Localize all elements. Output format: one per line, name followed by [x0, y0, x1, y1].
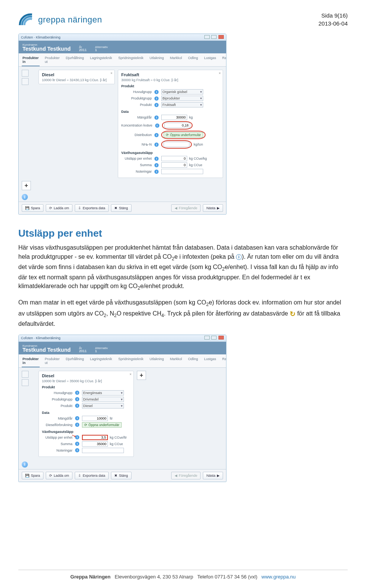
add-product-button[interactable]: +	[137, 371, 146, 380]
grid-view-icon[interactable]	[22, 379, 29, 386]
select-produktgrupp[interactable]: Drivmedel	[82, 397, 124, 402]
tab-djurhallning[interactable]: Djurhållning	[65, 55, 85, 66]
input-konc[interactable]	[164, 123, 190, 128]
info-icon[interactable]: i	[22, 461, 28, 468]
tab-bar: Produkter in Produkter ut Djurhållning L…	[19, 53, 226, 67]
input-utslapp-per-enhet[interactable]	[161, 156, 187, 161]
footer-url[interactable]: www.greppa.nu	[262, 574, 296, 580]
grid-view-icon[interactable]	[22, 78, 29, 85]
maximize-icon[interactable]	[211, 35, 217, 39]
tab-djurhallning[interactable]: Djurhållning	[65, 356, 85, 367]
next-button[interactable]: Nästa ▶	[203, 204, 223, 212]
prev-button[interactable]: ◀ Föregående	[171, 204, 201, 212]
close-icon[interactable]	[218, 336, 224, 340]
input-nh3n[interactable]	[164, 142, 189, 147]
input-utslapp-per-enhet[interactable]	[82, 435, 108, 440]
info-icon[interactable]: i	[154, 157, 159, 161]
add-product-button[interactable]: +	[22, 181, 31, 190]
unit-mangd: kg	[189, 115, 193, 119]
tab-produkter-ut[interactable]: Produkter ut	[44, 356, 61, 367]
footer-telephone: Telefon 0771-57 34 56 (vxl)	[197, 574, 257, 580]
select-huvudgrupp[interactable]: Organisk gödsel	[161, 89, 203, 95]
label-summa: Summa	[42, 442, 72, 446]
tab-markkol[interactable]: Markkol	[169, 55, 183, 66]
tab-odling[interactable]: Odling	[187, 55, 199, 66]
logo-text: greppa näringen	[38, 15, 102, 25]
card-close-icon[interactable]: ×	[219, 71, 221, 75]
info-icon[interactable]: i	[154, 170, 159, 174]
info-icon[interactable]: i	[75, 448, 79, 452]
tab-lagring[interactable]: Lagringsteknik	[89, 55, 113, 66]
info-icon[interactable]: i	[154, 103, 159, 107]
info-icon[interactable]: i	[154, 133, 159, 137]
next-button[interactable]: Nästa ▶	[203, 472, 223, 479]
tab-markkol[interactable]: Markkol	[169, 356, 183, 367]
input-mangd[interactable]	[82, 416, 108, 421]
export-button[interactable]: ⇩ Exportera data	[75, 472, 109, 479]
label-huvudgrupp: Huvudgrupp	[42, 391, 72, 395]
info-icon[interactable]: i	[154, 115, 159, 120]
input-mangd[interactable]	[161, 115, 187, 120]
info-icon[interactable]: i	[75, 404, 79, 408]
input-noteringar[interactable]	[161, 169, 203, 174]
info-icon[interactable]: i	[155, 123, 159, 128]
label-utslapp-per-enhet: Utsläpp per enhet	[121, 157, 152, 160]
grid-view-icon[interactable]	[22, 70, 29, 77]
info-icon[interactable]: i	[75, 397, 79, 401]
tab-produkter-ut[interactable]: Produkter ut	[44, 55, 61, 66]
select-produkt[interactable]: Fruktsaft	[161, 102, 203, 107]
tab-produkter-in[interactable]: Produkter in	[22, 356, 40, 367]
save-button[interactable]: 💾 Spara	[22, 472, 43, 479]
tab-produkter-in[interactable]: Produkter in	[22, 55, 40, 66]
label-mangd: Mängd/år	[42, 417, 72, 420]
prev-button[interactable]: ◀ Föregående	[171, 472, 201, 479]
tab-utlakning[interactable]: Utlakning	[149, 55, 165, 66]
info-icon[interactable]: i	[75, 391, 79, 395]
select-produktgrupp[interactable]: Biprodukter	[161, 96, 203, 101]
info-icon[interactable]: i	[154, 96, 159, 101]
tab-rapporter[interactable]: Rapporter	[222, 356, 226, 367]
tab-lustgas[interactable]: Lustgas	[203, 356, 217, 367]
maximize-icon[interactable]	[211, 336, 217, 340]
select-huvudgrupp[interactable]: Energiinsats	[82, 390, 124, 396]
close-button[interactable]: ✖ Stäng	[111, 472, 132, 479]
card-close-icon[interactable]: ×	[130, 372, 132, 376]
export-button[interactable]: ⇩ Exportera data	[75, 204, 109, 212]
open-subform-button[interactable]: Öppna underformulär	[164, 132, 203, 138]
info-icon[interactable]: i	[22, 194, 28, 200]
card-close-icon[interactable]: ×	[111, 71, 112, 75]
unit-utslapp: kg CO₂e/ltr	[110, 436, 127, 439]
minimize-icon[interactable]	[204, 336, 210, 340]
open-subform-button[interactable]: Öppna underformulär	[82, 422, 122, 428]
tab-rapporter[interactable]: Rapporter	[222, 55, 226, 66]
info-icon[interactable]: i	[75, 416, 79, 420]
reload-button[interactable]: ⟳ Ladda om	[46, 472, 72, 479]
input-noteringar[interactable]	[82, 448, 124, 453]
input-summa[interactable]	[82, 441, 108, 447]
tab-spridning[interactable]: Spridningsteknik	[117, 55, 144, 66]
customer-name: Testkund Testkund	[22, 46, 71, 52]
paragraph-2: Om man matar in ett eget värde på växthu…	[18, 298, 348, 328]
close-button[interactable]: ✖ Stäng	[111, 204, 132, 212]
tab-utlakning[interactable]: Utlakning	[149, 356, 165, 367]
grid-view-icon[interactable]	[22, 371, 29, 378]
info-icon[interactable]: i	[75, 442, 79, 446]
info-icon[interactable]: i	[154, 143, 159, 147]
section-produkt: Produkt	[42, 385, 130, 389]
info-icon[interactable]: i	[154, 90, 159, 94]
info-icon[interactable]: i	[75, 423, 79, 427]
save-button[interactable]: 💾 Spara	[22, 204, 43, 212]
reload-button[interactable]: ⟳ Ladda om	[46, 204, 72, 212]
input-summa[interactable]	[161, 162, 187, 168]
unit-summa: kg CO₂e	[189, 163, 202, 167]
tab-lagring[interactable]: Lagringsteknik	[89, 356, 113, 367]
select-produkt[interactable]: Diesel	[82, 403, 124, 409]
section-vaxthus: Växthusgasutsläpp	[42, 430, 130, 434]
info-icon[interactable]: i	[154, 163, 159, 167]
tab-spridning[interactable]: Spridningsteknik	[117, 356, 144, 367]
close-icon[interactable]	[218, 35, 224, 39]
minimize-icon[interactable]	[204, 35, 210, 39]
tab-lustgas[interactable]: Lustgas	[203, 55, 217, 66]
tab-odling[interactable]: Odling	[187, 356, 199, 367]
customer-label: Kundnamn	[22, 43, 71, 46]
